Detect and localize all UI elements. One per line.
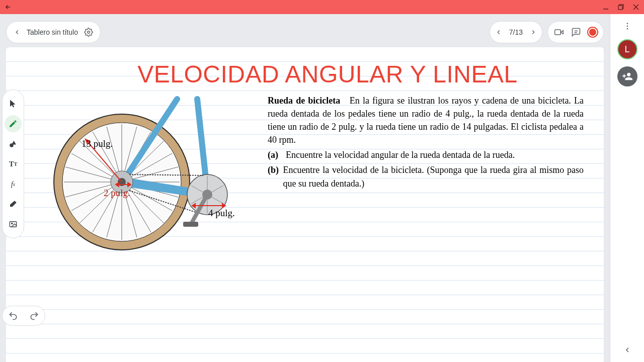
text-tool[interactable]: TT xyxy=(5,155,22,172)
restore-icon[interactable] xyxy=(617,3,625,11)
select-tool[interactable] xyxy=(5,95,22,112)
page-navigator: 7/13 xyxy=(490,21,542,43)
bicycle-diagram: 13 pulg. 2 pulg. 4 pulg. xyxy=(46,94,258,260)
add-people-button[interactable] xyxy=(617,66,637,86)
svg-point-66 xyxy=(626,23,628,24)
chevron-left-icon[interactable] xyxy=(14,29,21,36)
page-indicator: 7/13 xyxy=(509,28,523,36)
svg-point-67 xyxy=(626,26,628,27)
redo-button[interactable] xyxy=(29,311,39,321)
function-tool[interactable]: fx xyxy=(5,175,22,193)
board-title-chip[interactable]: Tablero sin título xyxy=(6,21,101,43)
svg-point-5 xyxy=(88,31,90,34)
image-tool[interactable] xyxy=(5,216,22,233)
problem-title: Rueda de bicicleta xyxy=(268,96,340,106)
chat-icon[interactable] xyxy=(571,27,581,37)
shapes-tool[interactable] xyxy=(5,135,22,152)
rear-gear-label: 2 pulg. xyxy=(104,188,130,199)
question-a: (a) Encuentre la velocidad angular de la… xyxy=(268,148,584,161)
undo-button[interactable] xyxy=(8,311,18,321)
problem-text: Rueda de bicicleta En la figura se ilust… xyxy=(268,94,589,190)
front-gear-label: 4 pulg. xyxy=(208,208,235,219)
svg-point-65 xyxy=(12,223,13,224)
next-page-button[interactable] xyxy=(530,29,537,36)
svg-rect-2 xyxy=(618,6,622,10)
page-title: VELOCIDAD ANGULAR Y LINEAL xyxy=(66,60,589,88)
meet-sidebar: L xyxy=(610,14,644,362)
meeting-controls xyxy=(547,21,604,43)
svg-marker-63 xyxy=(12,141,16,145)
window-titlebar xyxy=(0,0,644,14)
top-toolbar: Tablero sin título 7/13 xyxy=(6,21,604,43)
minimize-icon[interactable] xyxy=(602,3,610,11)
back-icon[interactable] xyxy=(4,3,12,11)
more-options-icon[interactable] xyxy=(621,20,633,32)
prev-page-button[interactable] xyxy=(495,29,502,36)
pen-tool[interactable] xyxy=(5,115,22,132)
close-icon[interactable] xyxy=(632,3,640,11)
svg-marker-7 xyxy=(560,31,563,34)
wheel-radius-label: 13 pulg. xyxy=(82,138,113,149)
svg-rect-64 xyxy=(10,222,17,227)
tool-rail: TT fx xyxy=(2,89,24,238)
undo-redo-pill xyxy=(2,306,45,326)
whiteboard-canvas[interactable]: VELOCIDAD ANGULAR Y LINEAL xyxy=(6,47,604,362)
svg-rect-53 xyxy=(183,222,198,227)
user-avatar[interactable]: L xyxy=(617,39,637,59)
board-title: Tablero sin título xyxy=(27,28,78,36)
record-icon[interactable] xyxy=(588,28,597,37)
svg-point-68 xyxy=(626,28,628,30)
svg-rect-6 xyxy=(555,30,561,35)
question-b: (b) Encuentre la velocidad de la bicicle… xyxy=(268,163,584,190)
gear-icon[interactable] xyxy=(84,28,93,37)
collapse-sidebar-icon[interactable] xyxy=(623,346,631,354)
video-icon[interactable] xyxy=(554,27,564,37)
eraser-tool[interactable] xyxy=(5,196,22,213)
